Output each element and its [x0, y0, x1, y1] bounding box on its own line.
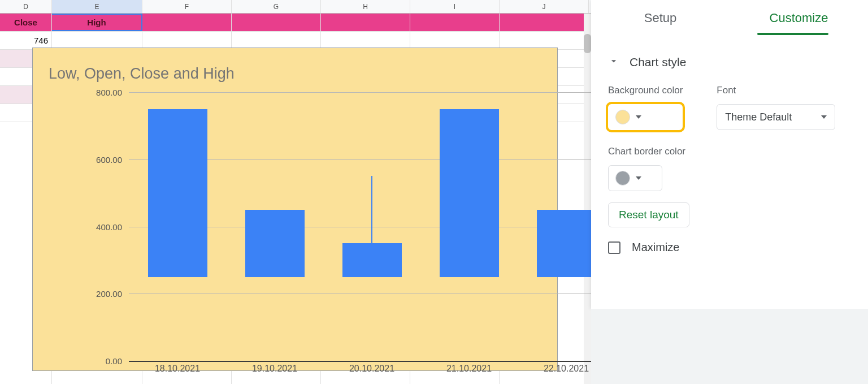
- header-cell-close[interactable]: Close: [0, 14, 52, 31]
- chart-plot-area: 0.00200.00400.00600.00800.00 18.10.20211…: [81, 92, 567, 361]
- header-cell[interactable]: [410, 14, 500, 31]
- tab-underline: [757, 33, 828, 35]
- section-title: Chart style: [630, 55, 686, 69]
- y-tick-label: 400.00: [96, 222, 122, 231]
- chart-title: Low, Open, Close and High: [49, 65, 235, 83]
- column-header-row: D E F G H I J: [0, 0, 591, 14]
- font-label: Font: [717, 85, 835, 96]
- chart-bar: [537, 92, 596, 361]
- y-tick-label: 600.00: [96, 154, 122, 164]
- bgcolor-picker[interactable]: [608, 104, 683, 130]
- chart-bar: [342, 92, 402, 361]
- chart-bar: [245, 92, 305, 361]
- reset-layout-button[interactable]: Reset layout: [608, 202, 689, 227]
- column-header-F[interactable]: F: [142, 0, 232, 13]
- chart-bar: [148, 92, 207, 361]
- y-tick-label: 800.00: [96, 88, 122, 97]
- header-cell[interactable]: [142, 14, 232, 31]
- y-axis: 0.00200.00400.00600.00800.00: [81, 92, 129, 361]
- column-header-G[interactable]: G: [232, 0, 321, 13]
- table-header-row: Close High: [0, 14, 591, 32]
- tab-setup[interactable]: Setup: [591, 0, 730, 36]
- column-header-H[interactable]: H: [321, 0, 410, 13]
- color-swatch-icon: [615, 110, 630, 124]
- caret-down-icon: [636, 115, 641, 119]
- panel-background-below: [591, 309, 868, 384]
- chart-bars: [129, 92, 615, 361]
- header-cell-high[interactable]: High: [52, 14, 142, 31]
- bordercolor-label: Chart border color: [608, 146, 851, 157]
- header-cell[interactable]: [232, 14, 321, 31]
- panel-tabs: Setup Customize: [591, 0, 868, 36]
- font-select-value: Theme Default: [725, 111, 792, 123]
- caret-down-icon: [636, 176, 641, 180]
- header-cell[interactable]: [321, 14, 410, 31]
- y-tick-label: 0.00: [106, 356, 122, 366]
- column-header-I[interactable]: I: [410, 0, 500, 13]
- chart-editor-panel: Setup Customize Chart style Background c…: [591, 0, 868, 309]
- x-axis-line: [129, 361, 615, 362]
- maximize-checkbox[interactable]: [608, 241, 620, 254]
- chart-bar: [440, 92, 499, 361]
- x-tick-label: 22.10.2021: [544, 364, 589, 374]
- x-tick-label: 20.10.2021: [349, 364, 394, 374]
- embedded-chart[interactable]: Low, Open, Close and High 0.00200.00400.…: [32, 48, 558, 371]
- header-cell[interactable]: [500, 14, 589, 31]
- cell[interactable]: 746: [0, 32, 52, 49]
- font-select[interactable]: Theme Default: [717, 104, 835, 130]
- y-tick-label: 200.00: [96, 289, 122, 299]
- column-header-D[interactable]: D: [0, 0, 52, 13]
- bordercolor-picker[interactable]: [608, 165, 662, 191]
- x-tick-label: 21.10.2021: [446, 364, 492, 374]
- scrollbar-thumb[interactable]: [584, 34, 591, 53]
- bgcolor-label: Background color: [608, 85, 683, 96]
- color-swatch-icon: [615, 171, 630, 185]
- caret-down-icon: [821, 115, 827, 119]
- tab-customize[interactable]: Customize: [730, 0, 868, 36]
- x-tick-label: 19.10.2021: [252, 364, 297, 374]
- section-header-chart-style[interactable]: Chart style: [608, 55, 851, 69]
- column-header-E[interactable]: E: [52, 0, 142, 13]
- chevron-down-icon: [608, 55, 619, 69]
- cell[interactable]: [52, 32, 142, 49]
- x-tick-label: 18.10.2021: [155, 364, 200, 374]
- column-header-J[interactable]: J: [500, 0, 589, 13]
- maximize-label: Maximize: [632, 241, 679, 254]
